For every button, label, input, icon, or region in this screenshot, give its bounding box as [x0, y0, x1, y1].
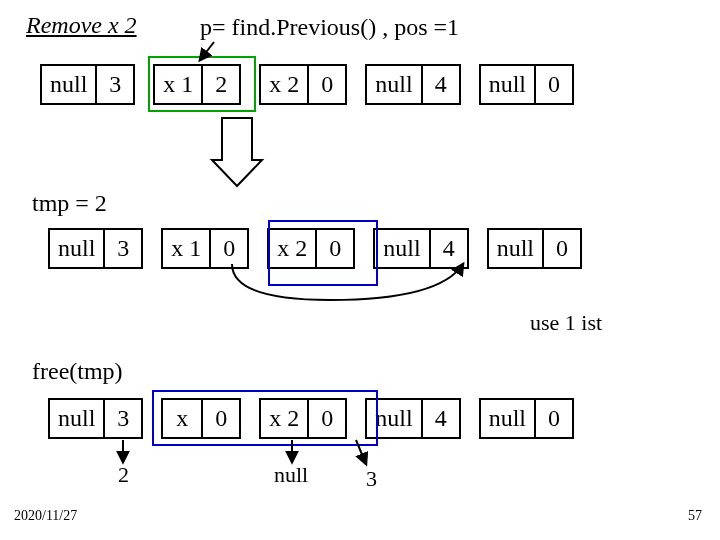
list-node: null 3	[40, 64, 135, 105]
node-next: 0	[534, 66, 572, 103]
list-node: null 3	[48, 228, 143, 269]
p-pointer-box	[148, 56, 256, 112]
footer-date: 2020/11/27	[14, 508, 77, 524]
page-number: 57	[688, 508, 702, 524]
node-data: null	[50, 400, 103, 437]
node-data: x 1	[163, 230, 209, 267]
list-node: null 4	[365, 64, 460, 105]
list-node: x 1 0	[161, 228, 249, 269]
p-expression: p= find.Previous() , pos =1	[200, 14, 459, 41]
list-node: null 4	[365, 398, 460, 439]
node-next: 4	[421, 400, 459, 437]
node-next: 4	[429, 230, 467, 267]
node-data: null	[375, 230, 428, 267]
node-data: null	[50, 230, 103, 267]
node-next: 0	[542, 230, 580, 267]
node-data: null	[481, 400, 534, 437]
node-next: 0	[209, 230, 247, 267]
updated-value: 2	[118, 462, 129, 488]
node-data: null	[489, 230, 542, 267]
use-list-label: use 1 ist	[530, 310, 602, 336]
list-node: null 0	[479, 64, 574, 105]
list-node: null 0	[487, 228, 582, 269]
node-next: 3	[95, 66, 133, 103]
tmp-label: tmp = 2	[32, 190, 107, 217]
node-next: 0	[534, 400, 572, 437]
slide-title: Remove x 2	[26, 12, 137, 39]
updated-value: 3	[366, 466, 377, 492]
free-tmp-label: free(tmp)	[32, 358, 123, 385]
node-data: x 2	[261, 66, 307, 103]
list-node: x 2 0	[259, 64, 347, 105]
node-next: 3	[103, 230, 141, 267]
list-node: null 0	[479, 398, 574, 439]
node-data: null	[481, 66, 534, 103]
linked-list-row-1: null 3 x 1 2 x 2 0 null 4 null 0	[40, 64, 574, 105]
node-data: null	[367, 66, 420, 103]
node-next: 4	[421, 66, 459, 103]
updated-value: null	[274, 462, 308, 488]
free-tmp-box	[152, 390, 378, 446]
list-node: null 3	[48, 398, 143, 439]
node-next: 3	[103, 400, 141, 437]
node-next: 0	[307, 66, 345, 103]
node-data: null	[42, 66, 95, 103]
tmp-pointer-box	[268, 220, 378, 286]
list-node: null 4	[373, 228, 468, 269]
